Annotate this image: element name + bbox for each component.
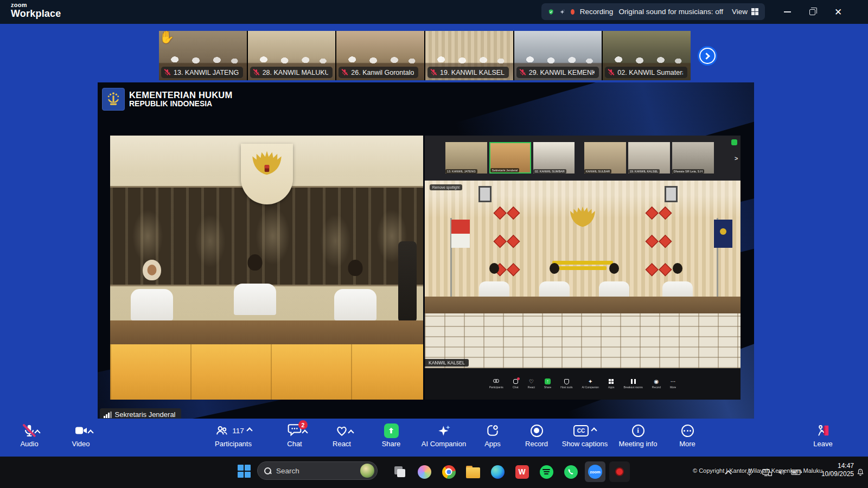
apps-icon (486, 423, 500, 438)
recording-label: Recording (580, 8, 614, 16)
tile-name-tag: 26. Kanwil Gorontalo (339, 67, 418, 78)
copilot-button[interactable] (414, 461, 435, 482)
tile-name-tag: 28. KANWIL MALUKU (250, 67, 333, 78)
zoom-workplace-logo: zoom Workplace (11, 2, 61, 18)
chrome-button[interactable] (438, 461, 459, 482)
raised-hand-icon: ✋ (159, 31, 175, 44)
apps-button[interactable]: Apps (471, 422, 514, 453)
garuda-emblem-plaque (241, 144, 293, 204)
share-button[interactable]: Share (368, 422, 414, 453)
restore-button[interactable] (800, 0, 825, 24)
copyright-overlay: © Copyright | Kantor Wilayah Kemenkum Ma… (693, 467, 822, 474)
apps-label: Apps (484, 440, 501, 448)
participants-count: 117 (232, 427, 244, 435)
kalsel-room-scene (425, 181, 741, 368)
view-button[interactable]: View (732, 8, 758, 16)
leave-icon (816, 423, 831, 438)
inner-gallery-tile: 19. KANWIL KALSEL (628, 142, 670, 174)
ministry-text: KEMENTERIAN HUKUM REPUBLIK INDONESIA (129, 91, 232, 108)
leave-label: Leave (813, 440, 832, 448)
start-button[interactable] (234, 461, 254, 481)
participants-options-caret[interactable] (246, 427, 252, 433)
file-explorer-button[interactable] (463, 461, 483, 482)
inner-name-tag: KANWIL KALSEL (425, 359, 469, 367)
tile-label: 13. KANWIL JATENG (174, 69, 239, 76)
tile-label: 26. Kanwil Gorontalo (351, 69, 414, 76)
mic-muted-icon (22, 423, 36, 438)
video-tile-kanwil-sumatera[interactable]: 02. KANWIL Sumatera ... (603, 31, 691, 80)
react-button[interactable]: React (319, 422, 365, 453)
meeting-info-label: Meeting info (619, 440, 658, 448)
inner-apps-button: Apps (608, 378, 614, 389)
inner-participants-button: Participants (489, 378, 503, 389)
recording-dot (571, 9, 575, 15)
tile-label: 29. KANWIL KEMENKU... (529, 69, 595, 76)
copilot-icon (418, 465, 431, 479)
participants-button[interactable]: 117 Participants (206, 422, 260, 453)
video-tile-kanwil-maluku[interactable]: 28. KANWIL MALUKU (248, 31, 336, 80)
garuda-emblem (250, 149, 284, 178)
whatsapp-button[interactable] (560, 461, 581, 482)
muted-mic-icon (341, 69, 348, 76)
wps-icon: W (515, 465, 529, 479)
spotify-icon (540, 465, 553, 479)
filmstrip-next-button[interactable] (698, 46, 717, 66)
chat-options-caret[interactable] (302, 429, 308, 435)
edge-button[interactable] (487, 461, 508, 482)
zoom-app-icon: zoom (588, 465, 602, 479)
record-icon (531, 425, 543, 437)
heart-icon (335, 424, 349, 438)
search-highlight-image[interactable] (360, 464, 374, 478)
tile-label: 02. KANWIL Sumatera ... (617, 69, 683, 76)
inner-tile-label: 13. KANWIL JATENG (445, 169, 477, 174)
captions-options-caret[interactable] (591, 427, 597, 433)
inner-tile-label: KANWIL SULBAR (584, 169, 611, 174)
chat-button[interactable]: 2 Chat (270, 422, 319, 453)
search-icon (264, 467, 271, 474)
ai-companion-button[interactable]: AI Companion (414, 422, 474, 453)
original-sound-status[interactable]: Original sound for musicians: off (618, 8, 723, 16)
meeting-status-pill: Recording Original sound for musicians: … (541, 3, 765, 20)
ministry-flag (714, 220, 732, 248)
recorder-icon (615, 467, 624, 476)
record-button[interactable]: Record (515, 422, 558, 453)
inner-host-tools-button: Host tools (560, 378, 572, 389)
video-tile-kanwil-kemenku[interactable]: 29. KANWIL KEMENKU... (514, 31, 602, 80)
audio-button[interactable]: Audio (7, 422, 52, 453)
muted-mic-icon (608, 69, 615, 76)
inner-gallery-next-icon: > (735, 155, 738, 162)
video-options-caret[interactable] (87, 429, 93, 435)
tile-name-tag: 02. KANWIL Sumatera ... (605, 67, 687, 78)
show-captions-button[interactable]: CC Show captions (555, 422, 615, 453)
ai-sparkle-icon (437, 423, 451, 438)
tile-name-tag: 19. KANWIL KALSEL (427, 67, 509, 78)
inner-gallery-tile: Dhessie SR Leia, S.H (672, 142, 714, 174)
react-options-caret[interactable] (348, 429, 354, 435)
video-button[interactable]: Video (58, 422, 104, 453)
tile-label: 19. KANWIL KALSEL (440, 69, 505, 76)
ministry-line1: KEMENTERIAN HUKUM (129, 91, 232, 100)
video-tile-kanwil-jateng[interactable]: ✋ 13. KANWIL JATENG (159, 31, 247, 80)
wps-office-button[interactable]: W (512, 461, 532, 482)
more-label: More (679, 440, 695, 448)
notification-bell[interactable]: z (856, 457, 865, 488)
zoom-app-button[interactable]: zoom (585, 461, 605, 482)
video-tile-kanwil-gorontalo[interactable]: 26. Kanwil Gorontalo (336, 31, 424, 80)
inner-gallery-tile-active: Sekretaris Jenderal (489, 142, 531, 174)
video-tile-kanwil-kalsel[interactable]: 19. KANWIL KALSEL (425, 31, 513, 80)
spotify-button[interactable] (536, 461, 557, 482)
recorder-app-button[interactable] (609, 461, 630, 482)
search-input[interactable] (276, 467, 347, 475)
wall-portrait (665, 186, 678, 202)
more-button[interactable]: More (666, 422, 709, 453)
inner-gallery-tile: KANWIL SULBAR (584, 142, 626, 174)
close-button[interactable]: ✕ (826, 0, 851, 24)
spotlight-name: Sekretaris Jenderal (115, 410, 176, 419)
task-view-button[interactable] (390, 461, 410, 482)
brand-zoom: zoom (11, 2, 61, 9)
taskbar-search[interactable] (257, 461, 378, 480)
participant-sekjen (229, 254, 281, 315)
leave-button[interactable]: Leave (801, 422, 845, 453)
minimize-button[interactable] (775, 0, 800, 24)
meeting-info-button[interactable]: i Meeting info (611, 422, 665, 453)
